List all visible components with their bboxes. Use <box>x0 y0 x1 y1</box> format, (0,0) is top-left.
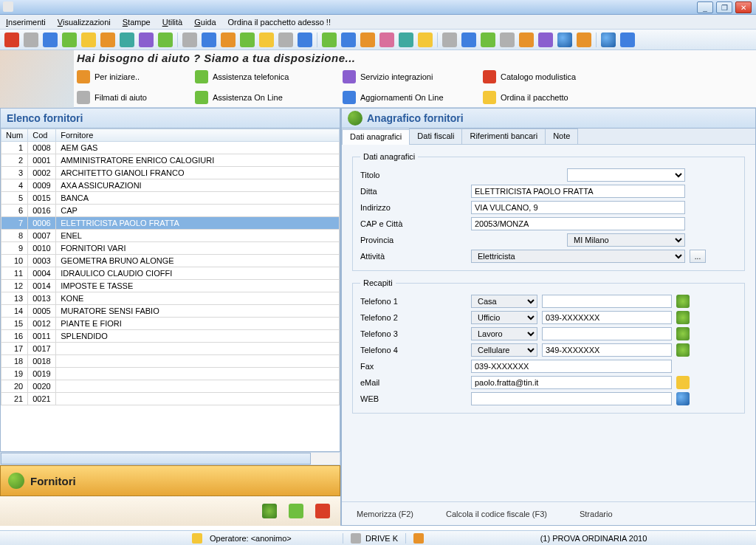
tab-dati-fiscali[interactable]: Dati fiscali <box>409 128 462 144</box>
menu-visualizzazioni[interactable]: Visualizzazioni <box>58 18 111 27</box>
table-row[interactable]: 10008AEM GAS <box>1 142 340 154</box>
category-bar[interactable]: Fornitori <box>0 465 340 496</box>
excel-icon[interactable] <box>289 504 303 518</box>
toolbar-icon[interactable] <box>379 32 394 47</box>
toolbar-icon[interactable] <box>519 32 534 47</box>
table-row[interactable]: 130013KONE <box>1 292 340 305</box>
help-ordina-pacchetto[interactable]: Ordina il pacchetto <box>483 88 608 107</box>
globe-icon[interactable] <box>601 32 616 47</box>
stradario-button[interactable]: Stradario <box>580 510 613 518</box>
toolbar-icon[interactable] <box>81 32 96 47</box>
menu-ordina-pacchetto[interactable]: Ordina il pacchetto adesso !! <box>228 18 331 27</box>
tel1-type-select[interactable]: Casa <box>471 295 537 308</box>
toolbar-icon[interactable] <box>341 32 356 47</box>
power-icon[interactable] <box>315 504 330 518</box>
contact-icon[interactable] <box>676 343 690 357</box>
tel3-input[interactable] <box>542 327 672 340</box>
help-icon[interactable] <box>620 32 635 47</box>
toolbar-icon[interactable] <box>322 32 337 47</box>
horizontal-scrollbar[interactable] <box>0 452 340 465</box>
table-row[interactable]: 50015BANCA <box>1 192 340 205</box>
table-row[interactable]: 110004IDRAULICO CLAUDIO CIOFFI <box>1 267 340 280</box>
indirizzo-input[interactable] <box>471 201 685 214</box>
toolbar-icon[interactable] <box>4 32 19 47</box>
toolbar-icon[interactable] <box>221 32 236 47</box>
memorizza-button[interactable]: Memorizza (F2) <box>357 510 413 518</box>
suppliers-table-wrap[interactable]: Num Cod Fornitore 10008AEM GAS20001AMMIN… <box>0 128 340 452</box>
col-cod[interactable]: Cod <box>28 129 56 142</box>
fax-input[interactable] <box>471 360 672 373</box>
tab-note[interactable]: Note <box>545 128 578 144</box>
tel2-input[interactable] <box>542 311 672 324</box>
help-aggiornamenti[interactable]: Aggiornamenti On Line <box>343 88 475 107</box>
help-assistenza-online[interactable]: Assistenza On Line <box>195 88 335 107</box>
toolbar-icon[interactable] <box>62 32 77 47</box>
help-servizio-integrazioni[interactable]: Servizio integrazioni <box>343 67 475 86</box>
calcola-cf-button[interactable]: Calcola il codice fiscale (F3) <box>446 510 547 518</box>
table-row[interactable]: 100003GEOMETRA BRUNO ALONGE <box>1 255 340 267</box>
toolbar-icon[interactable] <box>259 32 274 47</box>
tel3-type-select[interactable]: Lavoro <box>471 327 537 340</box>
provincia-select[interactable]: MI Milano <box>567 233 685 247</box>
globe-icon[interactable] <box>557 32 572 47</box>
help-catalogo-modulistica[interactable]: Catalogo modulistica <box>483 67 608 86</box>
toolbar-icon[interactable] <box>43 32 58 47</box>
toolbar-icon[interactable] <box>577 32 591 47</box>
help-per-iniziare[interactable]: Per iniziare.. <box>77 67 188 86</box>
help-filmati[interactable]: Filmati di aiuto <box>77 88 188 107</box>
menu-inserimenti[interactable]: IInserimentinserimenti <box>6 18 46 27</box>
toolbar-icon[interactable] <box>24 32 38 47</box>
web-input[interactable] <box>471 392 672 405</box>
tab-riferimenti-bancari[interactable]: Riferimenti bancari <box>461 128 546 144</box>
contact-icon[interactable] <box>676 295 690 308</box>
table-row[interactable]: 60016CAP <box>1 205 340 217</box>
tel1-input[interactable] <box>542 295 672 308</box>
table-row[interactable]: 190019 <box>1 368 340 380</box>
table-row[interactable]: 200020 <box>1 380 340 393</box>
toolbar-icon[interactable] <box>399 32 413 47</box>
table-row[interactable]: 80007ENEL <box>1 230 340 242</box>
toolbar-icon[interactable] <box>500 32 515 47</box>
help-assistenza-telefonica[interactable]: Assistenza telefonica <box>195 67 335 86</box>
tel2-type-select[interactable]: Ufficio <box>471 311 537 324</box>
table-row[interactable]: 170017 <box>1 343 340 355</box>
col-fornitore[interactable]: Fornitore <box>56 129 340 142</box>
window-maximize-button[interactable]: ❐ <box>716 1 732 13</box>
toolbar-icon[interactable] <box>139 32 154 47</box>
contact-icon[interactable] <box>676 327 690 340</box>
attivita-select[interactable]: Elettricista <box>471 250 685 263</box>
toolbar-icon[interactable] <box>120 32 134 47</box>
tel4-input[interactable] <box>542 343 672 357</box>
toolbar-icon[interactable] <box>100 32 115 47</box>
printer-icon[interactable] <box>442 32 457 47</box>
email-input[interactable] <box>471 376 672 389</box>
table-row[interactable]: 160011SPLENDIDO <box>1 330 340 343</box>
toolbar-icon[interactable] <box>538 32 553 47</box>
mail-icon[interactable] <box>676 376 690 389</box>
table-row[interactable]: 140005MURATORE SENSI FABIO <box>1 305 340 318</box>
table-row[interactable]: 210021 <box>1 393 340 405</box>
table-row[interactable]: 20001AMMINISTRATORE ENRICO CALOGIURI <box>1 154 340 167</box>
table-row[interactable]: 30002ARCHITETTO GIANOLI FRANCO <box>1 167 340 179</box>
search-user-icon[interactable] <box>262 504 277 518</box>
toolbar-icon[interactable] <box>461 32 476 47</box>
toolbar-icon[interactable] <box>240 32 255 47</box>
toolbar-icon[interactable] <box>158 32 173 47</box>
window-minimize-button[interactable]: _ <box>697 1 713 13</box>
globe-icon[interactable] <box>676 392 690 405</box>
window-close-button[interactable]: ✕ <box>735 1 752 13</box>
menu-stampe[interactable]: Stampe <box>123 18 151 27</box>
toolbar-icon[interactable] <box>202 32 216 47</box>
titolo-select[interactable] <box>567 168 685 182</box>
menu-guida[interactable]: Guida <box>194 18 216 27</box>
table-row[interactable]: 70006ELETTRICISTA PAOLO FRATTA <box>1 217 340 230</box>
table-row[interactable]: 180018 <box>1 355 340 368</box>
contact-icon[interactable] <box>676 311 690 324</box>
toolbar-icon[interactable] <box>481 32 495 47</box>
toolbar-icon[interactable] <box>418 32 433 47</box>
table-row[interactable]: 120014IMPOSTE E TASSE <box>1 280 340 292</box>
tel4-type-select[interactable]: Cellulare <box>471 343 537 357</box>
toolbar-icon[interactable] <box>182 32 197 47</box>
tab-dati-anagrafici[interactable]: Dati anagrafici <box>342 129 410 145</box>
ditta-input[interactable] <box>471 185 685 198</box>
